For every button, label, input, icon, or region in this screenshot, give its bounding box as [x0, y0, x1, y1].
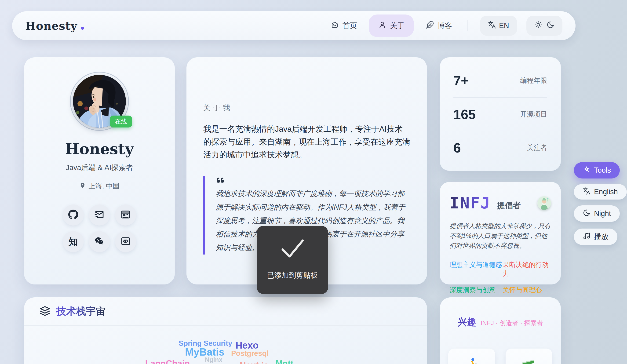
site-logo[interactable]: Honesty: [25, 19, 84, 32]
music-note-icon: [583, 232, 590, 242]
code-square-icon: [120, 236, 131, 247]
clipboard-toast: 已添加到剪贴板: [257, 226, 328, 294]
tech-word[interactable]: Mqtt: [276, 359, 293, 364]
wechat-icon: [94, 236, 104, 247]
interests-header: 兴趣 INFJ · 创造者 · 探索者: [440, 297, 561, 328]
sun-icon: [534, 21, 542, 31]
personality-type: INFJ: [450, 194, 491, 212]
nav-item-blog[interactable]: 博客: [423, 15, 454, 37]
social-links: 知: [24, 205, 175, 252]
night-mode-label: Night: [594, 209, 611, 218]
toast-message: 已添加到剪贴板: [267, 270, 318, 280]
logo-dot: [81, 27, 84, 30]
personality-header: INFJ 提倡者: [450, 194, 551, 212]
stat-row-followers: 6 关注者: [453, 131, 547, 164]
translate-icon: [583, 187, 590, 197]
layers-icon: [40, 306, 50, 317]
moon-icon: [583, 209, 590, 218]
navbar-menu: 首页 关于 博客 EN: [328, 14, 562, 37]
sparkle-icon: [583, 166, 590, 175]
tech-word[interactable]: Nginx: [205, 356, 222, 364]
github-icon: [68, 209, 78, 221]
about-intro-text: 我是一名充满热情的Java后端开发工程师，专注于AI技术的探索与应用。来自湖南，…: [203, 123, 410, 161]
wechat-link[interactable]: [89, 231, 110, 252]
tech-word[interactable]: LangChain: [145, 359, 190, 364]
blog-link[interactable]: [115, 205, 136, 225]
tech-word[interactable]: Next.js: [240, 361, 269, 364]
moon-icon: [547, 21, 555, 31]
trait-idealism: 理想主义与道德感: [450, 260, 503, 278]
navbar: Honesty 首页 关于 博客 EN: [12, 11, 575, 40]
personality-role: 提倡者: [497, 200, 521, 211]
tech-stack-title: 技术栈宇宙: [56, 305, 105, 318]
trait-empathy: 关怀与同理心: [503, 286, 551, 295]
check-icon: [277, 240, 308, 260]
email-link[interactable]: [89, 205, 110, 225]
nav-item-about[interactable]: 关于: [369, 14, 414, 37]
about-section-label: 关于我: [203, 57, 410, 113]
code-link[interactable]: [115, 231, 136, 252]
interest-reading[interactable]: [506, 349, 553, 364]
play-music-button[interactable]: 播放: [574, 229, 617, 245]
tools-label: Tools: [594, 166, 611, 174]
status-badge: 在线: [110, 115, 132, 127]
stat-value: 6: [453, 140, 461, 156]
tech-word-cloud: Spring Security MyBatis Hexo Postgresql …: [24, 326, 427, 364]
trait-decisiveness: 果断决绝的行动力: [503, 260, 551, 278]
profile-title: Java后端 & AI探索者: [24, 163, 175, 173]
stat-value: 7+: [453, 73, 469, 88]
tech-stack-header: 技术栈宇宙: [24, 297, 427, 326]
profile-card: 在线 Honesty Java后端 & AI探索者 上海, 中国 知: [24, 57, 175, 284]
navbar-divider: [467, 20, 468, 31]
nav-item-home[interactable]: 首页: [328, 15, 359, 37]
nav-item-label: 首页: [343, 21, 357, 31]
cyclist-icon: [463, 357, 481, 364]
user-icon: [378, 21, 386, 31]
personality-traits: 理想主义与道德感 果断决绝的行动力 深度洞察与创意 关怀与同理心: [450, 260, 551, 295]
nav-item-label: 博客: [437, 21, 452, 31]
interest-cycling[interactable]: [448, 349, 495, 364]
language-toggle-label: EN: [499, 22, 509, 30]
language-switch-button[interactable]: English: [574, 184, 627, 200]
interests-title: 兴趣: [458, 315, 476, 328]
nav-item-label: 关于: [390, 21, 405, 31]
language-switch-label: English: [594, 188, 618, 196]
personality-description: 提倡者人格类型的人非常稀少，只有不到1%的人口属于这种类型，但他们对世界的贡献不…: [450, 221, 551, 251]
profile-name: Honesty: [24, 140, 175, 158]
tools-button[interactable]: Tools: [574, 162, 620, 178]
profile-location: 上海, 中国: [24, 182, 175, 191]
feather-icon: [425, 21, 434, 31]
zhihu-link[interactable]: 知: [63, 231, 84, 252]
stat-row-coding-years: 7+ 编程年限: [453, 64, 547, 97]
interests-subtitle: INFJ · 创造者 · 探索者: [480, 319, 543, 327]
home-icon: [331, 21, 339, 31]
tech-word[interactable]: Postgresql: [231, 349, 268, 358]
play-music-label: 播放: [594, 232, 609, 242]
interests-card: 兴趣 INFJ · 创造者 · 探索者: [440, 297, 561, 364]
stat-row-open-source: 165 开源项目: [453, 97, 547, 131]
zhihu-icon: 知: [69, 235, 78, 248]
trait-insight: 深度洞察与创意: [450, 286, 503, 295]
profile-location-text: 上海, 中国: [88, 182, 119, 191]
advocate-avatar: [537, 196, 551, 210]
mail-send-icon: [94, 209, 104, 221]
avatar-wrap: 在线: [70, 72, 129, 131]
translate-icon: [488, 21, 496, 31]
theme-toggle-button[interactable]: [526, 16, 562, 36]
personality-card: INFJ 提倡者 提倡者人格类型的人非常稀少，只有不到1%的人口属于这种类型，但…: [440, 182, 561, 284]
language-toggle-button[interactable]: EN: [480, 16, 517, 36]
stat-label: 编程年限: [520, 76, 547, 85]
tech-stack-card: 技术栈宇宙 Spring Security MyBatis Hexo Postg…: [24, 297, 427, 364]
stat-label: 开源项目: [520, 110, 547, 119]
github-link[interactable]: [63, 205, 84, 225]
site-logo-text: Honesty: [25, 19, 77, 32]
stats-card: 7+ 编程年限 165 开源项目 6 关注者: [440, 57, 561, 171]
stat-label: 关注者: [527, 143, 547, 153]
newspaper-icon: [120, 209, 131, 221]
quote-icon: [216, 176, 410, 185]
map-pin-icon: [79, 182, 86, 190]
tech-word[interactable]: Hexo: [236, 340, 259, 351]
books-icon: [520, 357, 538, 364]
night-mode-button[interactable]: Night: [574, 206, 620, 222]
stat-value: 165: [453, 107, 476, 122]
